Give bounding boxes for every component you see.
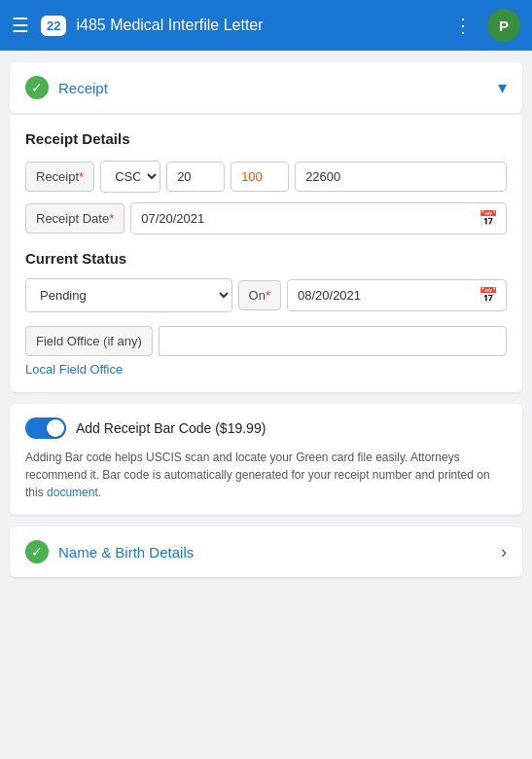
receipt-details-title: Receipt Details [25, 130, 507, 147]
receipt-section-title: Receipt [58, 80, 108, 96]
receipt-card: Receipt Details Receipt* CSC NSC TSC VSC… [10, 115, 522, 392]
status-date-wrapper: 📅 [287, 279, 507, 311]
name-birth-section[interactable]: ✓ Name & Birth Details › [10, 526, 522, 577]
barcode-doc-link[interactable]: document. [47, 486, 101, 499]
receipt-chevron-icon[interactable]: ▾ [498, 77, 507, 98]
avatar: P [487, 9, 520, 42]
barcode-toggle-label: Add Receipt Bar Code ($19.99) [76, 420, 266, 436]
receipt-date-label: Receipt Date* [25, 203, 124, 234]
receipt-date-input[interactable] [131, 204, 471, 233]
navbar: ☰ 22 i485 Medical Interfile Letter ⋮ P [0, 0, 532, 51]
name-birth-check-icon: ✓ [25, 540, 49, 563]
field-office-row: Field Office (if any) [25, 326, 507, 356]
receipt-label: Receipt* [25, 162, 94, 192]
navbar-logo: 22 [41, 16, 66, 36]
local-field-office-link[interactable]: Local Field Office [25, 362, 507, 377]
receipt-date-wrapper: 📅 [130, 202, 507, 235]
barcode-section: Add Receipt Bar Code ($19.99) Adding Bar… [10, 404, 522, 515]
receipt-field3[interactable] [295, 162, 507, 192]
current-status-title: Current Status [25, 250, 507, 267]
receipt-row: Receipt* CSC NSC TSC VSC [25, 161, 507, 193]
toggle-knob [47, 419, 64, 437]
status-select[interactable]: Pending Approved Denied RFE [25, 278, 232, 312]
name-birth-left: ✓ Name & Birth Details [25, 540, 194, 563]
current-status-section: Current Status Pending Approved Denied R… [25, 250, 507, 377]
toggle-row: Add Receipt Bar Code ($19.99) [25, 417, 507, 439]
status-row: Pending Approved Denied RFE On* 📅 [25, 278, 507, 312]
barcode-description: Adding Bar code helps USCIS scan and loc… [25, 449, 507, 501]
navbar-title: i485 Medical Interfile Letter [76, 17, 453, 34]
more-icon[interactable]: ⋮ [453, 14, 474, 37]
receipt-date-row: Receipt Date* 📅 [25, 202, 507, 235]
receipt-field1[interactable] [166, 162, 225, 192]
field-office-label: Field Office (if any) [25, 326, 153, 356]
on-label: On* [238, 280, 281, 310]
name-birth-title: Name & Birth Details [58, 544, 194, 560]
status-calendar-icon[interactable]: 📅 [471, 280, 506, 310]
menu-icon[interactable]: ☰ [12, 14, 29, 37]
receipt-field2[interactable] [231, 162, 289, 192]
csc-select[interactable]: CSC NSC TSC VSC [100, 161, 160, 193]
field-office-input[interactable] [159, 326, 507, 356]
receipt-calendar-icon[interactable]: 📅 [471, 203, 506, 234]
receipt-section-header[interactable]: ✓ Receipt ▾ [10, 62, 522, 113]
barcode-toggle[interactable] [25, 417, 66, 439]
status-date-input[interactable] [288, 281, 471, 309]
receipt-check-icon: ✓ [25, 76, 49, 99]
name-birth-chevron-icon[interactable]: › [501, 542, 507, 562]
